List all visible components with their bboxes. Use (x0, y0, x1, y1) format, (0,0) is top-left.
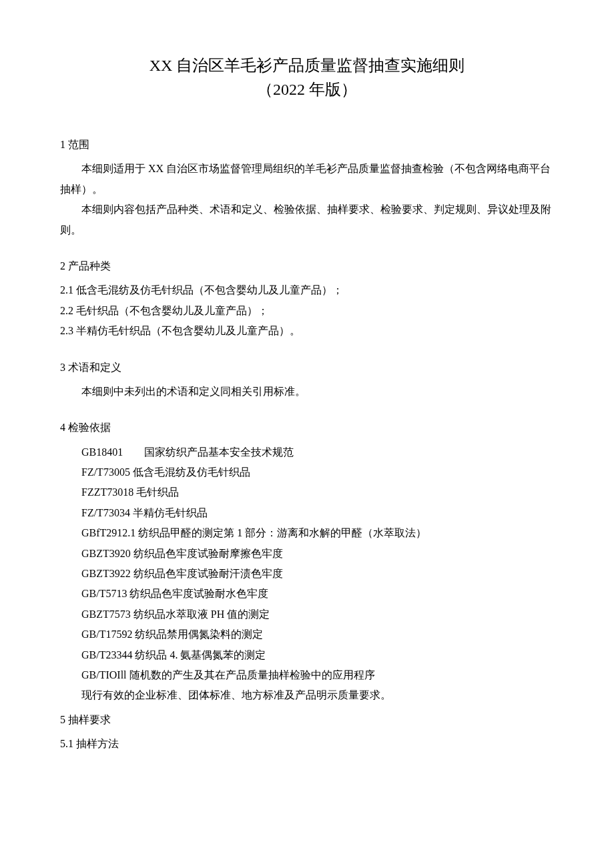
section-2-item: 2.1 低含毛混纺及仿毛针织品（不包含婴幼儿及儿童产品）； (60, 280, 554, 300)
section-4-item: GBZT3922 纺织品色牢度试验耐汗渍色牢度 (60, 564, 554, 584)
section-4-item: GBZT7573 纺织品水萃取液 PH 值的测定 (60, 604, 554, 624)
section-4-item: 现行有效的企业标准、团体标准、地方标准及产品明示质量要求。 (60, 685, 554, 705)
section-4-item: GB/T23344 纺织品 4. 氨基偶氮苯的测定 (60, 645, 554, 665)
section-1-heading: 1 范围 (60, 135, 554, 155)
section-4-item: FZ/T73034 半精仿毛针织品 (60, 503, 554, 523)
section-4-item: GB/T5713 纺织品色牢度试验耐水色牢度 (60, 584, 554, 604)
section-4-item: FZZT73018 毛针织品 (60, 482, 554, 502)
section-4-item: FZ/T73005 低含毛混纺及仿毛针织品 (60, 462, 554, 482)
section-2-item: 2.3 半精仿毛针织品（不包含婴幼儿及儿童产品）。 (60, 321, 554, 341)
section-5-sub: 5.1 抽样方法 (60, 734, 554, 754)
section-2-heading: 2 产品种类 (60, 256, 554, 276)
section-4-item: GBfT2912.1 纺织品甲醛的测定第 1 部分：游离和水解的甲醛（水萃取法） (60, 523, 554, 543)
document-title-line2: （2022 年版） (60, 77, 554, 101)
section-5-heading: 5 抽样要求 (60, 710, 554, 730)
section-4-heading: 4 检验依据 (60, 418, 554, 438)
section-3-para-1: 本细则中未列出的术语和定义同相关引用标准。 (60, 382, 554, 402)
document-title-block: XX 自治区羊毛衫产品质量监督抽查实施细则 （2022 年版） (60, 53, 554, 101)
section-3-heading: 3 术语和定义 (60, 358, 554, 378)
section-4-item: GB18401 国家纺织产品基本安全技术规范 (60, 442, 554, 462)
document-title-line1: XX 自治区羊毛衫产品质量监督抽查实施细则 (60, 53, 554, 77)
section-2-item: 2.2 毛针织品（不包含婴幼儿及儿童产品）； (60, 301, 554, 321)
section-4-item: GBZT3920 纺织品色牢度试验耐摩擦色牢度 (60, 544, 554, 564)
section-4-item: GB/T17592 纺织品禁用偶氮染料的测定 (60, 624, 554, 644)
section-1-para-1: 本细则适用于 XX 自治区市场监督管理局组织的羊毛衫产品质量监督抽查检验（不包含… (60, 159, 554, 199)
section-1-para-2: 本细则内容包括产品种类、术语和定义、检验依据、抽样要求、检验要求、判定规则、异议… (60, 199, 554, 240)
section-4-item: GB/TIOIll 随机数的产生及其在产品质量抽样检验中的应用程序 (60, 665, 554, 685)
